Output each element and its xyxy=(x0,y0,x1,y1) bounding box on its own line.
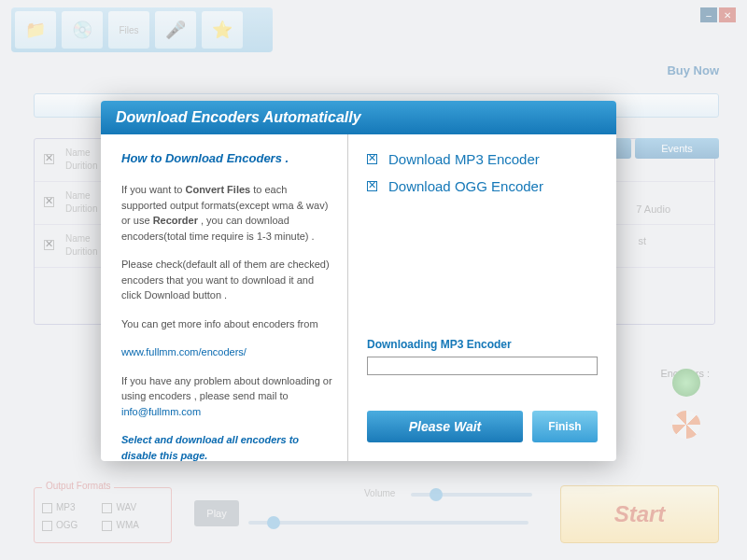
encoders-url-link[interactable]: www.fullmm.com/encoders/ xyxy=(121,346,247,357)
dialog-action-panel: Download MP3 Encoder Download OGG Encode… xyxy=(348,134,616,461)
please-wait-button[interactable]: Please Wait xyxy=(367,411,523,442)
download-encoders-dialog: Download Encoders Automatically How to D… xyxy=(101,101,616,461)
dialog-paragraph: If you want to Convert Files to each sup… xyxy=(121,182,334,244)
download-status-label: Downloading MP3 Encoder xyxy=(367,338,598,351)
dialog-paragraph: Please check(default all of them are che… xyxy=(121,257,334,303)
download-status: Downloading MP3 Encoder xyxy=(367,338,598,375)
checkbox-icon xyxy=(367,181,377,191)
dialog-paragraph: You can get more info about encoders fro… xyxy=(121,316,334,332)
dialog-title: Download Encoders Automatically xyxy=(101,101,616,134)
checkbox-icon xyxy=(367,154,377,164)
encoder-ogg-checkbox[interactable]: Download OGG Encoder xyxy=(367,178,598,194)
dialog-info-panel: How to Download Encoders . If you want t… xyxy=(101,134,348,461)
dialog-paragraph: If you have any problem about downloadin… xyxy=(121,373,334,420)
dialog-instruction: Select and download all encoders to disa… xyxy=(121,432,334,461)
dialog-heading: How to Download Encoders . xyxy=(121,151,334,165)
progress-bar xyxy=(367,357,598,375)
support-email-link[interactable]: info@fullmm.com xyxy=(121,406,201,417)
finish-button[interactable]: Finish xyxy=(532,411,598,442)
encoder-mp3-checkbox[interactable]: Download MP3 Encoder xyxy=(367,151,598,167)
